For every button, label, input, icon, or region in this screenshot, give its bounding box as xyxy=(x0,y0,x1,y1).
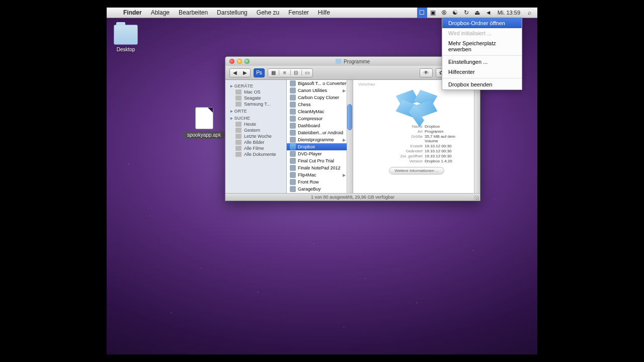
sidebar-item-label: Heute xyxy=(244,122,256,127)
scrollbar[interactable] xyxy=(474,80,480,193)
file-item[interactable]: Dienstprogramme▶ xyxy=(287,136,353,143)
file-name: Bigasoft T... o Converter xyxy=(298,81,346,86)
file-name: Front Row xyxy=(298,179,319,185)
preview-value: 19.10.12 00:30 xyxy=(425,144,460,148)
dropbox-menu-helpcenter[interactable]: Hilfecenter xyxy=(442,67,522,77)
file-item[interactable]: Finale NotePad 2012 xyxy=(287,164,353,171)
sidebar-item[interactable]: Mac OS xyxy=(225,89,286,95)
file-name: Flip4Mac xyxy=(298,172,316,177)
sidebar-section-head[interactable]: ▸ GERÄTE xyxy=(225,82,286,89)
file-item[interactable]: Flip4Mac▶ xyxy=(287,171,353,178)
sidebar-item[interactable]: Gestern xyxy=(225,127,286,133)
sidebar-item-icon xyxy=(235,128,242,133)
sync-tray-icon[interactable]: ☯ xyxy=(450,9,460,16)
resize-handle[interactable] xyxy=(474,195,479,200)
file-item[interactable]: Front Row xyxy=(287,178,353,186)
zoom-button[interactable] xyxy=(245,59,250,64)
volume-tray-icon[interactable]: ◄ xyxy=(484,9,494,16)
adobe-tray-icon[interactable]: Ⓐ xyxy=(439,10,449,16)
minimize-button[interactable] xyxy=(237,59,242,64)
file-item[interactable]: Carbon Copy Cloner xyxy=(287,94,353,101)
menu-separator xyxy=(442,55,522,56)
file-name: Canon Utilities xyxy=(298,88,327,93)
file-item[interactable]: Compressor xyxy=(287,115,353,122)
app-icon xyxy=(290,123,296,129)
file-item[interactable]: Bigasoft T... o Converter xyxy=(287,80,353,87)
finder-statusbar: 1 von 80 ausgewählt, 29,96 GB verfügbar xyxy=(225,193,480,201)
status-text: 1 von 80 ausgewählt, 29,96 GB verfügbar xyxy=(311,195,394,200)
file-item[interactable]: CleanMyMac xyxy=(287,108,353,115)
sidebar-item-label: Alle Filme xyxy=(244,146,264,151)
sidebar-item[interactable]: Alle Bilder xyxy=(225,139,286,145)
disclosure-arrow-icon: ▶ xyxy=(343,88,346,93)
sidebar-item[interactable]: Letzte Woche xyxy=(225,133,286,139)
file-item[interactable]: Chess xyxy=(287,101,353,108)
file-name: GarageBuy xyxy=(298,187,321,192)
preview-row: Geändert19.10.12 00:30 xyxy=(358,149,475,153)
file-item[interactable]: DVD-Player xyxy=(287,150,353,157)
dropbox-menu-more-space[interactable]: Mehr Speicherplatz erwerben xyxy=(442,38,522,54)
preview-key: Größe xyxy=(411,134,423,143)
sidebar-item[interactable]: Alle Filme xyxy=(225,145,286,151)
preview-row: NameDropbox xyxy=(358,124,475,129)
sidebar-item-label: Samsung T... xyxy=(244,102,270,107)
scroll-thumb[interactable] xyxy=(347,104,352,130)
sidebar-section-head[interactable]: ▸ SUCHE xyxy=(225,114,286,121)
timemachine-tray-icon[interactable]: ↻ xyxy=(461,9,471,16)
dropbox-menu-quit[interactable]: Dropbox beenden xyxy=(442,79,522,89)
sidebar-item[interactable]: Alle Dokumente xyxy=(225,151,286,157)
file-item[interactable]: GarageBuy xyxy=(287,186,353,193)
close-button[interactable] xyxy=(229,59,234,64)
menubar-clock[interactable]: Mi. 13:59 xyxy=(495,10,523,16)
sidebar-item-icon xyxy=(235,140,242,145)
desktop-file-apk[interactable]: spookyapp.apk xyxy=(183,107,225,139)
nav-back-forward[interactable]: ◀▶ xyxy=(229,68,251,77)
preview-heading: Vorschau xyxy=(358,82,375,86)
sidebar-item-icon xyxy=(235,96,242,101)
path-button[interactable]: Ps xyxy=(254,68,265,77)
eject-tray-icon[interactable]: ⏏ xyxy=(472,9,482,16)
menu-hilfe[interactable]: Hilfe xyxy=(313,9,335,16)
more-info-button[interactable]: Weitere Informationen ... xyxy=(389,167,444,174)
desktop-folder[interactable]: Desktop xyxy=(114,25,138,52)
sidebar-item-icon xyxy=(235,146,242,151)
dropbox-menu-open-folder[interactable]: Dropbox-Ordner öffnen xyxy=(442,18,522,28)
sidebar-item[interactable]: Samsung T... xyxy=(225,101,286,107)
quicklook-button[interactable]: 👁 xyxy=(420,68,433,77)
menu-bearbeiten[interactable]: Bearbeiten xyxy=(174,9,212,16)
sidebar-item[interactable]: Seagate xyxy=(225,95,286,101)
desktop-screen: Finder Ablage Bearbeiten Darstellung Geh… xyxy=(107,8,537,354)
dropbox-menu-preferences[interactable]: Einstellungen ... xyxy=(442,57,522,67)
menu-separator xyxy=(442,78,522,78)
file-item[interactable]: Dateiübert...ur Android xyxy=(287,129,353,136)
app-menu[interactable]: Finder xyxy=(119,9,146,16)
spotlight-icon[interactable]: ⌕ xyxy=(524,9,534,16)
sidebar-item-label: Alle Dokumente xyxy=(244,152,276,157)
file-name: Dropbox xyxy=(298,144,315,149)
app-icon xyxy=(290,137,296,143)
sidebar-item-label: Letzte Woche xyxy=(244,134,272,139)
sidebar-item-icon xyxy=(235,102,242,107)
scrollbar[interactable] xyxy=(347,80,353,193)
sidebar-item-icon xyxy=(235,122,242,127)
disclosure-arrow-icon: ▶ xyxy=(343,173,346,177)
file-item[interactable]: Dropbox xyxy=(287,143,353,150)
view-switcher[interactable]: ▦≡⊟▭ xyxy=(268,68,313,77)
preview-key: Geändert xyxy=(406,149,423,153)
menu-fenster[interactable]: Fenster xyxy=(284,9,313,16)
sidebar-item-icon xyxy=(235,134,242,139)
file-item[interactable]: Dashboard xyxy=(287,122,353,129)
menu-ablage[interactable]: Ablage xyxy=(146,9,174,16)
file-item[interactable]: Canon Utilities▶ xyxy=(287,87,353,94)
file-item[interactable]: Final Cut Pro Trial xyxy=(287,157,353,164)
sidebar-item[interactable]: Heute xyxy=(225,121,286,127)
menu-gehe-zu[interactable]: Gehe zu xyxy=(252,9,284,16)
preview-value: 35,7 MB auf dem Volume xyxy=(425,134,460,143)
display-tray-icon[interactable]: ▣ xyxy=(428,9,438,16)
file-name: Dateiübert...ur Android xyxy=(298,130,343,135)
menu-darstellung[interactable]: Darstellung xyxy=(212,9,252,16)
app-icon xyxy=(290,165,296,171)
app-icon xyxy=(290,151,296,157)
dropbox-tray-icon[interactable]: ☐ xyxy=(417,8,427,18)
sidebar-section-head[interactable]: ▸ ORTE xyxy=(225,107,286,114)
